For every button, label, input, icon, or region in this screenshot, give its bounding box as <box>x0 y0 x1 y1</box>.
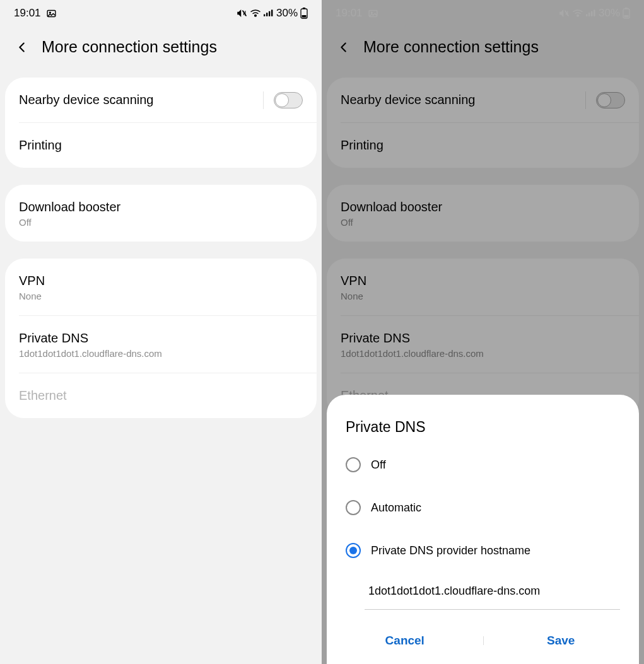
radio-hostname-icon[interactable] <box>346 543 361 558</box>
row-title: Download booster <box>341 199 625 216</box>
nearby-scanning-toggle[interactable] <box>274 92 303 108</box>
card-2: Download booster Off <box>5 185 317 242</box>
battery-percent: 30% <box>599 7 620 20</box>
mute-vibrate-icon <box>236 8 247 18</box>
svg-rect-6 <box>264 15 265 16</box>
row-title: Private DNS <box>341 330 611 347</box>
divider <box>263 91 264 109</box>
row-title: Nearby device scanning <box>19 91 303 108</box>
row-title: VPN <box>19 272 303 289</box>
svg-line-2 <box>242 11 246 16</box>
battery-icon <box>300 8 308 19</box>
row-title: Ethernet <box>19 387 289 404</box>
row-download-booster[interactable]: Download booster Off <box>327 185 639 242</box>
back-icon[interactable] <box>15 40 29 54</box>
svg-rect-4 <box>245 11 245 16</box>
row-title: VPN <box>341 272 625 289</box>
row-nearby-scanning[interactable]: Nearby device scanning <box>327 78 639 122</box>
dialog-title: Private DNS <box>327 419 639 443</box>
row-title: Nearby device scanning <box>341 91 625 108</box>
svg-rect-8 <box>269 11 270 16</box>
mute-vibrate-icon <box>558 8 570 18</box>
page-header: More connection settings <box>322 26 644 78</box>
back-icon[interactable] <box>337 40 351 54</box>
svg-rect-16 <box>566 11 566 15</box>
phone-left: 19:01 30% More connection settings <box>0 0 322 664</box>
row-subtitle: Off <box>341 217 625 228</box>
card-1: Nearby device scanning Printing <box>327 78 639 168</box>
page-title: More connection settings <box>42 38 217 56</box>
svg-rect-22 <box>594 9 595 16</box>
page-title: More connection settings <box>363 38 539 56</box>
svg-rect-20 <box>588 13 590 16</box>
svg-rect-7 <box>266 13 267 16</box>
row-title: Download booster <box>19 199 303 216</box>
row-private-dns[interactable]: Private DNS 1dot1dot1dot1.cloudflare-dns… <box>341 315 639 373</box>
row-download-booster[interactable]: Download booster Off <box>5 185 317 242</box>
row-vpn[interactable]: VPN None <box>327 259 639 315</box>
svg-rect-24 <box>625 8 628 9</box>
row-subtitle: 1dot1dot1dot1.cloudflare-dns.com <box>341 348 611 359</box>
svg-point-1 <box>49 12 50 13</box>
status-time: 19:01 <box>336 7 363 20</box>
radio-hostname-label: Private DNS provider hostname <box>371 544 530 557</box>
svg-rect-17 <box>567 11 568 16</box>
svg-line-15 <box>565 11 568 16</box>
battery-icon <box>623 8 630 19</box>
hostname-input[interactable]: 1dot1dot1dot1.cloudflare-dns.com <box>365 578 620 610</box>
row-title: Private DNS <box>19 330 289 347</box>
row-ethernet: Ethernet <box>19 373 317 418</box>
row-nearby-scanning[interactable]: Nearby device scanning <box>5 78 317 122</box>
status-bar: 19:01 30% <box>322 0 644 26</box>
row-vpn[interactable]: VPN None <box>5 259 317 315</box>
divider <box>585 91 586 109</box>
save-button[interactable]: Save <box>483 634 640 648</box>
row-title: Printing <box>19 137 289 154</box>
row-printing[interactable]: Printing <box>341 122 639 168</box>
radio-off-label: Off <box>371 458 386 472</box>
toggle-wrap <box>585 91 625 109</box>
radio-auto-icon[interactable] <box>346 500 361 515</box>
svg-rect-25 <box>624 15 629 18</box>
card-1: Nearby device scanning Printing <box>5 78 317 168</box>
row-subtitle: 1dot1dot1dot1.cloudflare-dns.com <box>19 348 289 359</box>
row-title: Printing <box>341 137 611 154</box>
svg-point-18 <box>577 15 579 16</box>
card-2: Download booster Off <box>327 185 639 242</box>
svg-rect-19 <box>586 15 587 16</box>
row-subtitle: None <box>19 291 303 301</box>
phone-right: 19:01 30% More connecti <box>322 0 644 664</box>
wifi-icon <box>572 9 583 18</box>
svg-point-5 <box>255 15 257 16</box>
signal-icon <box>586 9 596 18</box>
svg-rect-3 <box>243 11 244 15</box>
status-bar: 19:01 30% <box>0 0 322 26</box>
row-subtitle: None <box>341 291 625 301</box>
radio-option-automatic[interactable]: Automatic <box>327 486 639 529</box>
svg-rect-11 <box>303 8 305 9</box>
picture-icon <box>46 8 57 19</box>
row-private-dns[interactable]: Private DNS 1dot1dot1dot1.cloudflare-dns… <box>19 315 317 373</box>
picture-icon <box>368 8 378 19</box>
svg-rect-9 <box>271 9 272 16</box>
row-subtitle: Off <box>19 217 303 228</box>
radio-off-icon[interactable] <box>346 457 361 472</box>
dialog-actions: Cancel Save <box>327 622 639 664</box>
private-dns-dialog: Private DNS Off Automatic Private DNS pr… <box>327 395 639 664</box>
radio-option-off[interactable]: Off <box>327 443 639 486</box>
svg-rect-12 <box>302 15 307 18</box>
signal-icon <box>264 9 274 18</box>
radio-option-hostname[interactable]: Private DNS provider hostname <box>327 529 639 572</box>
status-time: 19:01 <box>14 7 41 20</box>
wifi-icon <box>250 9 261 18</box>
radio-auto-label: Automatic <box>371 501 421 515</box>
battery-percent: 30% <box>276 7 298 20</box>
page-header: More connection settings <box>0 26 322 78</box>
card-3: VPN None Private DNS 1dot1dot1dot1.cloud… <box>5 259 317 418</box>
svg-rect-21 <box>591 11 592 16</box>
svg-point-14 <box>371 12 372 13</box>
nearby-scanning-toggle[interactable] <box>596 92 625 108</box>
toggle-wrap <box>263 91 303 109</box>
cancel-button[interactable]: Cancel <box>327 634 483 648</box>
row-printing[interactable]: Printing <box>19 122 317 168</box>
